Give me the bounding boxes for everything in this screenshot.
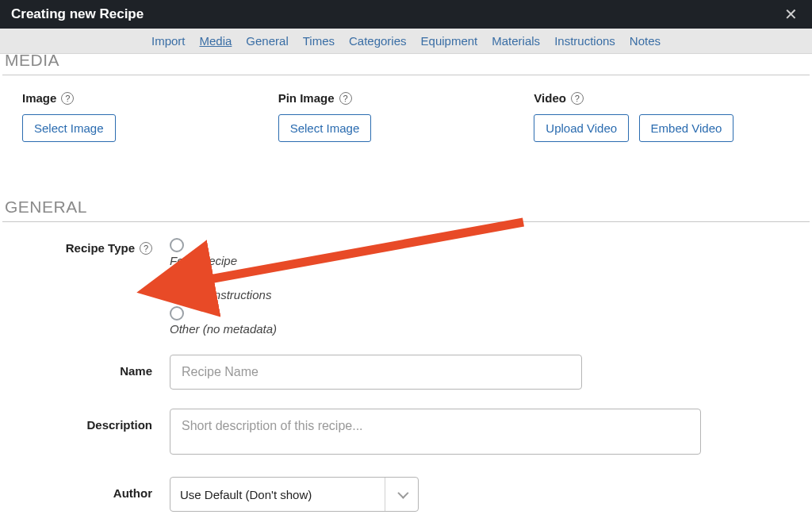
help-icon[interactable]: ? (339, 92, 352, 105)
description-label: Description (86, 418, 152, 432)
tab-import[interactable]: Import (151, 34, 186, 48)
radio-label-other: Other (no metadata) (170, 322, 277, 336)
author-label: Author (113, 486, 152, 500)
author-select[interactable]: Use Default (Don't show) (170, 477, 419, 512)
radio-label-food: Food Recipe (170, 254, 237, 267)
media-video-col: Video ? Upload Video Embed Video (534, 91, 790, 142)
modal-title: Creating new Recipe (11, 6, 144, 22)
pin-image-label: Pin Image (278, 91, 335, 105)
row-description: Description (22, 409, 790, 458)
upload-video-button[interactable]: Upload Video (534, 114, 629, 142)
image-label: Image (22, 91, 56, 105)
tab-media[interactable]: Media (199, 34, 232, 48)
help-icon[interactable]: ? (61, 92, 74, 105)
name-input[interactable] (170, 355, 582, 390)
embed-video-button[interactable]: Embed Video (639, 114, 734, 142)
section-rule (2, 221, 810, 222)
content-scroll[interactable]: MEDIA Image ? Select Image Pin Image ? S… (0, 54, 812, 526)
tab-times[interactable]: Times (303, 34, 335, 48)
description-input[interactable] (170, 409, 701, 455)
help-icon[interactable]: ? (140, 242, 152, 255)
tab-categories[interactable]: Categories (349, 34, 407, 48)
section-title-media: MEDIA (5, 54, 812, 70)
row-name: Name (22, 355, 790, 390)
media-image-col: Image ? Select Image (22, 91, 278, 142)
name-label: Name (120, 364, 152, 378)
titlebar: Creating new Recipe ✕ (0, 0, 812, 29)
tab-notes[interactable]: Notes (630, 34, 661, 48)
tab-general[interactable]: General (246, 34, 288, 48)
select-pin-image-button[interactable]: Select Image (278, 114, 372, 142)
select-image-button[interactable]: Select Image (22, 114, 116, 142)
chevron-down-icon[interactable] (385, 478, 418, 511)
row-recipe-type: Recipe Type ? Food Recipe How-to Instruc… (22, 238, 790, 336)
help-icon[interactable]: ? (571, 92, 584, 105)
media-pin-col: Pin Image ? Select Image (278, 91, 534, 142)
tab-bar: Import Media General Times Categories Eq… (0, 29, 812, 54)
tab-equipment[interactable]: Equipment (421, 34, 478, 48)
radio-howto[interactable] (170, 272, 184, 286)
tab-instructions[interactable]: Instructions (554, 34, 615, 48)
general-form: Recipe Type ? Food Recipe How-to Instruc… (0, 238, 812, 526)
recipe-type-label: Recipe Type (66, 241, 135, 255)
media-row: Image ? Select Image Pin Image ? Select … (0, 91, 812, 166)
row-author: Author Use Default (Don't show) (22, 477, 790, 512)
section-rule (2, 75, 810, 75)
author-selected-value: Use Default (Don't show) (170, 478, 385, 511)
section-title-general: GENERAL (5, 198, 812, 217)
tab-materials[interactable]: Materials (492, 34, 540, 48)
radio-label-howto: How-to Instructions (170, 288, 271, 301)
radio-food-recipe[interactable] (170, 238, 184, 252)
radio-other[interactable] (170, 306, 184, 321)
close-icon[interactable]: ✕ (781, 5, 801, 24)
video-label: Video (534, 91, 566, 105)
